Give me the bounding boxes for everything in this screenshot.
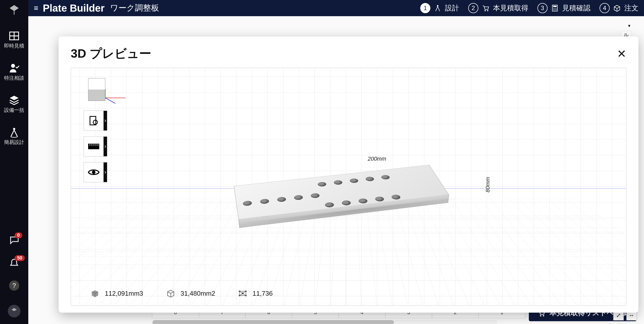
3d-viewport[interactable]: 200mm 80mm 10mm 112,091mm3 bbox=[71, 68, 626, 306]
menu-icon[interactable]: ≡ bbox=[34, 4, 38, 12]
avatar[interactable] bbox=[8, 305, 20, 317]
hole bbox=[349, 178, 359, 183]
left-nav: 即時見積 特注相談 設備一括 簡易設計 0 50 ? bbox=[0, 0, 28, 324]
svg-point-15 bbox=[556, 10, 557, 10]
step-1-design[interactable]: 1 設計 bbox=[420, 3, 459, 13]
hole bbox=[380, 175, 391, 180]
stat-surface: 31,480mm2 bbox=[165, 288, 215, 299]
svg-point-7 bbox=[487, 10, 488, 11]
compass-draw-icon bbox=[9, 127, 20, 137]
settings-tool-button[interactable] bbox=[84, 111, 104, 131]
hole bbox=[365, 177, 375, 182]
stat-volume: 112,091mm3 bbox=[90, 288, 143, 299]
grid-icon bbox=[9, 31, 20, 41]
hole bbox=[293, 195, 304, 200]
cart-icon bbox=[482, 4, 489, 12]
step-4-order[interactable]: 4 注文 bbox=[600, 3, 638, 13]
nodes-icon bbox=[237, 288, 248, 299]
viewer-toolbar bbox=[84, 111, 104, 182]
hole bbox=[324, 202, 335, 208]
logo-icon[interactable] bbox=[8, 4, 20, 16]
wizard-steps: 1 設計 2 本見積取得 3 見積確認 4 注文 bbox=[420, 3, 638, 13]
svg-point-12 bbox=[556, 8, 557, 9]
modal-overlay: 3D プレビュー ✕ bbox=[28, 16, 644, 324]
preview-modal: 3D プレビュー ✕ bbox=[59, 36, 638, 313]
help-button[interactable]: ? bbox=[9, 280, 19, 291]
package-icon bbox=[613, 4, 621, 12]
nav-item-equip[interactable]: 設備一括 bbox=[0, 95, 28, 114]
svg-point-5 bbox=[437, 5, 438, 7]
svg-point-29 bbox=[92, 170, 95, 174]
app-title: Plate Builder bbox=[43, 3, 105, 14]
hole bbox=[243, 201, 252, 206]
calc-icon bbox=[551, 4, 559, 12]
step-label: 注文 bbox=[624, 3, 638, 13]
hole bbox=[317, 182, 327, 187]
svg-point-4 bbox=[13, 128, 15, 130]
svg-point-14 bbox=[555, 10, 555, 10]
hole bbox=[260, 199, 269, 204]
step-number: 1 bbox=[420, 3, 430, 13]
step-number: 3 bbox=[537, 3, 548, 13]
nav-label: 特注相談 bbox=[0, 75, 28, 81]
nav-item-quote[interactable]: 即時見積 bbox=[0, 31, 28, 49]
hole bbox=[310, 193, 320, 199]
hole bbox=[358, 198, 368, 204]
chat-badge: 0 bbox=[15, 232, 22, 238]
stat-value: 31,480mm2 bbox=[181, 290, 215, 297]
hole bbox=[374, 196, 385, 202]
svg-point-6 bbox=[485, 10, 486, 11]
close-icon[interactable]: ✕ bbox=[617, 47, 626, 60]
hole bbox=[341, 200, 352, 206]
step-3-confirm[interactable]: 3 見積確認 bbox=[537, 3, 590, 13]
part-name: ワーク調整板 bbox=[110, 3, 159, 14]
document-gear-icon bbox=[88, 115, 99, 126]
step-number: 2 bbox=[468, 3, 478, 13]
measure-tool-button[interactable] bbox=[84, 136, 104, 157]
plate-model[interactable] bbox=[234, 165, 449, 220]
step-number: 4 bbox=[600, 3, 610, 13]
notifications-button[interactable]: 50 bbox=[9, 258, 19, 269]
axis-gizmo[interactable] bbox=[103, 88, 133, 105]
eye-icon bbox=[88, 168, 100, 176]
svg-line-20 bbox=[105, 98, 115, 103]
stat-value: 112,091mm3 bbox=[105, 290, 143, 297]
ruler-icon bbox=[88, 143, 100, 149]
cube-icon bbox=[90, 288, 100, 299]
svg-rect-21 bbox=[90, 116, 96, 125]
stat-value: 11,736 bbox=[253, 290, 273, 297]
viewer-stats: 112,091mm3 31,480mm2 11,736 bbox=[90, 288, 273, 299]
nav-item-custom[interactable]: 特注相談 bbox=[0, 63, 28, 81]
modal-title: 3D プレビュー bbox=[71, 46, 151, 62]
cube-wire-icon bbox=[165, 288, 176, 299]
app-header: ≡ Plate Builder ワーク調整板 1 設計 2 本見積取得 3 見積… bbox=[28, 0, 644, 16]
nav-label: 簡易設計 bbox=[0, 139, 28, 146]
notifications-badge: 50 bbox=[15, 255, 25, 261]
compass-icon bbox=[434, 4, 441, 12]
step-label: 見積確認 bbox=[562, 3, 590, 13]
svg-point-22 bbox=[93, 120, 97, 124]
plate-stage bbox=[237, 160, 444, 221]
nav-label: 設備一括 bbox=[0, 107, 28, 114]
dimension-width: 80mm bbox=[485, 177, 491, 192]
svg-point-3 bbox=[11, 64, 15, 68]
step-label: 本見積取得 bbox=[493, 3, 528, 13]
hole bbox=[391, 194, 402, 200]
person-check-icon bbox=[9, 63, 20, 73]
chat-button[interactable]: 0 bbox=[9, 235, 19, 246]
svg-point-10 bbox=[553, 8, 554, 9]
svg-rect-9 bbox=[553, 6, 557, 7]
step-label: 設計 bbox=[445, 3, 459, 13]
hole bbox=[277, 197, 287, 202]
hole bbox=[333, 180, 343, 185]
step-2-quote[interactable]: 2 本見積取得 bbox=[468, 3, 528, 13]
nav-label: 即時見積 bbox=[0, 42, 28, 49]
layers-icon bbox=[9, 95, 20, 105]
svg-point-13 bbox=[553, 10, 554, 10]
svg-point-11 bbox=[555, 8, 555, 9]
stat-nodes: 11,736 bbox=[237, 288, 273, 299]
visibility-tool-button[interactable] bbox=[84, 162, 104, 182]
nav-item-design[interactable]: 簡易設計 bbox=[0, 127, 28, 146]
